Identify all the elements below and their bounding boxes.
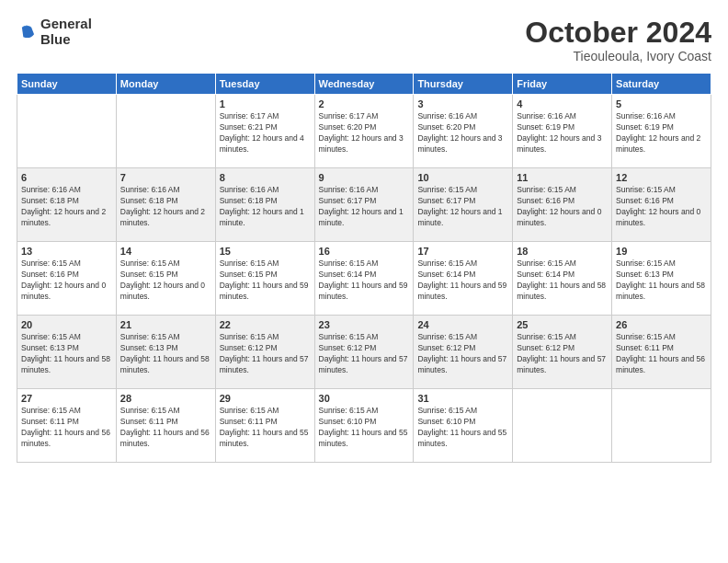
weekday-header: Saturday [612,74,711,95]
day-detail: Sunrise: 6:17 AM Sunset: 6:20 PM Dayligh… [319,111,410,155]
day-detail: Sunrise: 6:15 AM Sunset: 6:10 PM Dayligh… [417,406,508,450]
day-detail: Sunrise: 6:15 AM Sunset: 6:11 PM Dayligh… [21,406,112,450]
calendar-cell: 18Sunrise: 6:15 AM Sunset: 6:14 PM Dayli… [513,242,612,316]
calendar-cell: 31Sunrise: 6:15 AM Sunset: 6:10 PM Dayli… [414,389,513,463]
day-detail: Sunrise: 6:16 AM Sunset: 6:20 PM Dayligh… [417,111,508,155]
calendar-week-row: 6Sunrise: 6:16 AM Sunset: 6:18 PM Daylig… [17,168,711,242]
day-number: 3 [417,98,508,109]
calendar-cell: 10Sunrise: 6:15 AM Sunset: 6:17 PM Dayli… [414,168,513,242]
day-number: 19 [616,246,707,257]
day-number: 15 [220,246,311,257]
weekday-header: Monday [116,74,215,95]
calendar-cell: 28Sunrise: 6:15 AM Sunset: 6:11 PM Dayli… [116,389,215,463]
calendar-table: SundayMondayTuesdayWednesdayThursdayFrid… [17,73,711,463]
calendar-cell: 2Sunrise: 6:17 AM Sunset: 6:20 PM Daylig… [314,95,414,168]
calendar-cell: 26Sunrise: 6:15 AM Sunset: 6:11 PM Dayli… [612,316,711,389]
day-detail: Sunrise: 6:16 AM Sunset: 6:19 PM Dayligh… [517,111,608,155]
day-number: 9 [319,172,410,183]
weekday-header: Tuesday [215,74,314,95]
day-detail: Sunrise: 6:15 AM Sunset: 6:12 PM Dayligh… [417,332,508,376]
day-number: 13 [21,246,112,257]
day-detail: Sunrise: 6:15 AM Sunset: 6:11 PM Dayligh… [120,406,211,450]
calendar-cell [513,389,612,463]
weekday-header: Wednesday [314,74,414,95]
day-number: 10 [417,172,508,183]
day-detail: Sunrise: 6:16 AM Sunset: 6:18 PM Dayligh… [120,185,211,229]
calendar-cell: 16Sunrise: 6:15 AM Sunset: 6:14 PM Dayli… [314,242,414,316]
calendar-cell: 15Sunrise: 6:15 AM Sunset: 6:15 PM Dayli… [215,242,314,316]
day-number: 1 [220,98,311,109]
day-detail: Sunrise: 6:15 AM Sunset: 6:15 PM Dayligh… [220,259,311,303]
weekday-header: Sunday [17,74,117,95]
day-detail: Sunrise: 6:16 AM Sunset: 6:17 PM Dayligh… [319,185,410,229]
day-number: 7 [120,172,211,183]
calendar-cell: 9Sunrise: 6:16 AM Sunset: 6:17 PM Daylig… [314,168,414,242]
day-detail: Sunrise: 6:15 AM Sunset: 6:15 PM Dayligh… [120,259,211,303]
calendar-cell: 14Sunrise: 6:15 AM Sunset: 6:15 PM Dayli… [116,242,215,316]
day-number: 14 [120,246,211,257]
day-detail: Sunrise: 6:15 AM Sunset: 6:14 PM Dayligh… [517,259,608,303]
calendar-header-row: SundayMondayTuesdayWednesdayThursdayFrid… [17,74,711,95]
calendar-week-row: 27Sunrise: 6:15 AM Sunset: 6:11 PM Dayli… [17,389,711,463]
calendar-cell [612,389,711,463]
calendar-week-row: 20Sunrise: 6:15 AM Sunset: 6:13 PM Dayli… [17,316,711,389]
day-number: 12 [616,172,707,183]
logo-line1: General [40,17,92,32]
calendar-cell: 3Sunrise: 6:16 AM Sunset: 6:20 PM Daylig… [414,95,513,168]
day-number: 17 [417,246,508,257]
weekday-header: Thursday [414,74,513,95]
day-detail: Sunrise: 6:16 AM Sunset: 6:18 PM Dayligh… [21,185,112,229]
calendar-cell: 30Sunrise: 6:15 AM Sunset: 6:10 PM Dayli… [314,389,414,463]
calendar-cell: 17Sunrise: 6:15 AM Sunset: 6:14 PM Dayli… [414,242,513,316]
day-number: 24 [417,319,508,330]
day-detail: Sunrise: 6:15 AM Sunset: 6:13 PM Dayligh… [120,332,211,376]
calendar-week-row: 1Sunrise: 6:17 AM Sunset: 6:21 PM Daylig… [17,95,711,168]
day-number: 22 [220,319,311,330]
calendar-cell: 4Sunrise: 6:16 AM Sunset: 6:19 PM Daylig… [513,95,612,168]
calendar-cell: 11Sunrise: 6:15 AM Sunset: 6:16 PM Dayli… [513,168,612,242]
day-detail: Sunrise: 6:16 AM Sunset: 6:18 PM Dayligh… [220,185,311,229]
day-number: 8 [220,172,311,183]
day-number: 2 [319,98,410,109]
day-detail: Sunrise: 6:15 AM Sunset: 6:14 PM Dayligh… [417,259,508,303]
calendar-cell: 25Sunrise: 6:15 AM Sunset: 6:12 PM Dayli… [513,316,612,389]
day-detail: Sunrise: 6:15 AM Sunset: 6:16 PM Dayligh… [616,185,707,229]
calendar-cell: 24Sunrise: 6:15 AM Sunset: 6:12 PM Dayli… [414,316,513,389]
weekday-header: Friday [513,74,612,95]
day-number: 11 [517,172,608,183]
day-detail: Sunrise: 6:15 AM Sunset: 6:14 PM Dayligh… [319,259,410,303]
day-detail: Sunrise: 6:15 AM Sunset: 6:11 PM Dayligh… [220,406,311,450]
title-block: October 2024 Tieouleoula, Ivory Coast [525,17,711,63]
logo-text: General Blue [40,17,92,47]
day-detail: Sunrise: 6:15 AM Sunset: 6:13 PM Dayligh… [616,259,707,303]
calendar-cell: 8Sunrise: 6:16 AM Sunset: 6:18 PM Daylig… [215,168,314,242]
calendar-cell [116,95,215,168]
day-detail: Sunrise: 6:15 AM Sunset: 6:12 PM Dayligh… [220,332,311,376]
day-number: 26 [616,319,707,330]
day-number: 18 [517,246,608,257]
logo-icon [17,22,37,42]
day-detail: Sunrise: 6:16 AM Sunset: 6:19 PM Dayligh… [616,111,707,155]
day-number: 25 [517,319,608,330]
logo-line2: Blue [40,32,92,48]
page: General Blue October 2024 Tieouleoula, I… [0,0,728,563]
day-number: 27 [21,393,112,404]
calendar-cell: 22Sunrise: 6:15 AM Sunset: 6:12 PM Dayli… [215,316,314,389]
calendar-cell: 23Sunrise: 6:15 AM Sunset: 6:12 PM Dayli… [314,316,414,389]
day-number: 5 [616,98,707,109]
calendar-cell [17,95,117,168]
day-number: 23 [319,319,410,330]
day-number: 28 [120,393,211,404]
calendar-cell: 12Sunrise: 6:15 AM Sunset: 6:16 PM Dayli… [612,168,711,242]
day-number: 20 [21,319,112,330]
day-detail: Sunrise: 6:15 AM Sunset: 6:16 PM Dayligh… [21,259,112,303]
day-detail: Sunrise: 6:17 AM Sunset: 6:21 PM Dayligh… [220,111,311,155]
title-location: Tieouleoula, Ivory Coast [525,49,711,63]
day-detail: Sunrise: 6:15 AM Sunset: 6:10 PM Dayligh… [319,406,410,450]
day-detail: Sunrise: 6:15 AM Sunset: 6:12 PM Dayligh… [319,332,410,376]
calendar-cell: 6Sunrise: 6:16 AM Sunset: 6:18 PM Daylig… [17,168,117,242]
day-number: 4 [517,98,608,109]
day-number: 21 [120,319,211,330]
title-month: October 2024 [525,17,711,49]
day-number: 30 [319,393,410,404]
